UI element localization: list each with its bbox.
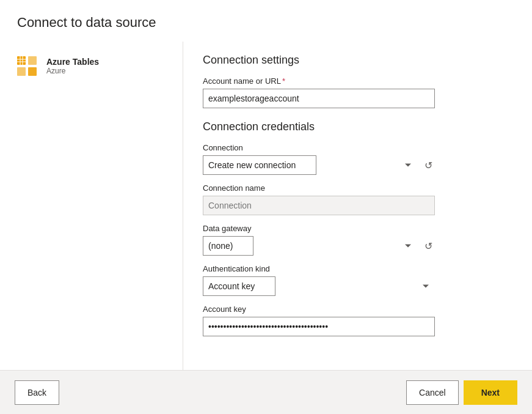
connection-name-label: Connection name — [203, 183, 512, 193]
data-gateway-group: Data gateway (none) ↺ — [203, 224, 512, 256]
connector-info: Azure Tables Azure — [15, 54, 168, 78]
svg-rect-0 — [17, 56, 26, 65]
connection-group: Connection Create new connection ↺ — [203, 143, 512, 175]
footer: Back Cancel Next — [0, 370, 532, 414]
cancel-button[interactable]: Cancel — [406, 380, 459, 405]
account-key-input[interactable] — [203, 317, 435, 336]
connection-name-input[interactable] — [203, 196, 435, 215]
data-gateway-refresh-button[interactable]: ↺ — [422, 238, 435, 254]
data-gateway-select-container: (none) — [203, 236, 417, 256]
auth-kind-select[interactable]: Account key — [203, 276, 275, 296]
connection-refresh-button[interactable]: ↺ — [422, 157, 435, 174]
connection-select[interactable]: Create new connection — [203, 155, 316, 175]
back-button[interactable]: Back — [15, 380, 59, 405]
next-button[interactable]: Next — [464, 380, 517, 405]
connector-name: Azure Tables — [46, 57, 99, 67]
auth-kind-group: Authentication kind Account key — [203, 264, 512, 296]
data-gateway-select[interactable]: (none) — [203, 236, 253, 256]
credentials-title: Connection credentials — [203, 120, 512, 133]
account-key-group: Account key — [203, 305, 512, 336]
required-star: * — [282, 76, 285, 86]
account-name-group: Account name or URL* — [203, 76, 512, 108]
connection-select-wrapper: Create new connection ↺ — [203, 155, 435, 175]
account-key-label: Account key — [203, 305, 512, 314]
page-title: Connect to data source — [0, 0, 532, 42]
auth-kind-select-wrapper: Account key — [203, 276, 435, 296]
right-panel: Connection settings Account name or URL*… — [183, 42, 532, 370]
connection-label: Connection — [203, 143, 512, 152]
connection-name-group: Connection name — [203, 183, 512, 215]
svg-rect-2 — [17, 67, 26, 76]
data-gateway-select-wrapper: (none) ↺ — [203, 236, 435, 256]
data-gateway-label: Data gateway — [203, 224, 512, 233]
svg-rect-1 — [28, 56, 37, 65]
connection-settings-title: Connection settings — [203, 54, 512, 67]
connection-select-container: Create new connection — [203, 155, 417, 175]
azure-tables-icon — [15, 54, 39, 78]
auth-kind-select-container: Account key — [203, 276, 435, 296]
auth-kind-label: Authentication kind — [203, 264, 512, 273]
footer-right: Cancel Next — [406, 380, 517, 405]
account-name-input[interactable] — [203, 89, 435, 108]
svg-rect-3 — [28, 67, 37, 76]
left-panel: Azure Tables Azure — [0, 42, 183, 370]
footer-left: Back — [15, 380, 59, 405]
credentials-section: Connection credentials Connection Create… — [203, 120, 512, 336]
connector-sub: Azure — [46, 67, 99, 75]
connector-text: Azure Tables Azure — [46, 57, 99, 75]
account-name-label: Account name or URL* — [203, 76, 512, 86]
